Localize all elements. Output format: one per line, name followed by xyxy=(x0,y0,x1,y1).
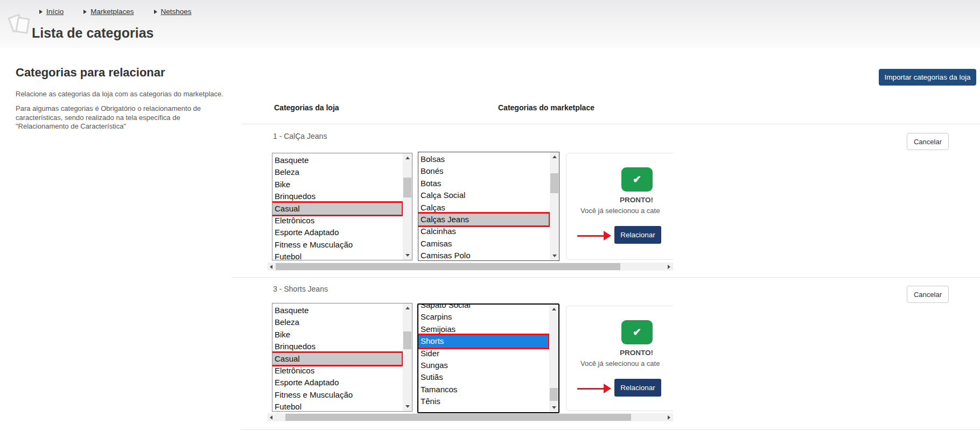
scroll-left-icon[interactable] xyxy=(270,265,272,269)
pronto-title: PRONTO! xyxy=(566,349,673,357)
divider xyxy=(241,124,980,124)
scroll-up-icon[interactable] xyxy=(405,307,410,309)
list-option[interactable]: Calcinhas xyxy=(418,225,549,237)
list-option[interactable]: Basquete xyxy=(272,305,402,316)
scrollbar-thumb[interactable] xyxy=(285,414,631,421)
list-option[interactable]: Tamancos xyxy=(418,384,548,395)
breadcrumb-arrow-icon xyxy=(39,10,43,14)
red-arrow-annotation xyxy=(577,384,612,393)
scrollbar-thumb[interactable] xyxy=(276,263,620,270)
pronto-title: PRONTO! xyxy=(566,196,673,204)
scrollbar-thumb[interactable] xyxy=(403,178,411,197)
scrollbar-thumb[interactable] xyxy=(550,388,558,401)
list-option[interactable]: Casual xyxy=(272,353,402,365)
section-description-2: Para algumas categorias é Obrigatório o … xyxy=(16,104,226,131)
breadcrumb-inicio[interactable]: Início xyxy=(39,8,64,16)
list-option[interactable]: Eletrônicos xyxy=(272,365,402,377)
list-option[interactable]: Calças Jeans xyxy=(418,214,549,225)
list-option[interactable]: Scarpins xyxy=(418,311,548,323)
scroll-down-icon[interactable] xyxy=(552,255,557,257)
list-option[interactable]: Brinquedos xyxy=(272,190,402,202)
list-option[interactable]: Sungas xyxy=(418,359,548,371)
list-option[interactable]: Bolsas xyxy=(418,153,549,165)
list-option[interactable]: Beleza xyxy=(272,316,402,328)
list-option[interactable]: Camisas xyxy=(418,238,549,250)
list-option[interactable]: Bike xyxy=(272,329,402,341)
scroll-left-icon[interactable] xyxy=(270,415,272,420)
scrollbar-thumb[interactable] xyxy=(550,173,558,193)
red-arrow-annotation xyxy=(577,231,612,241)
list-option[interactable]: Brinquedos xyxy=(272,341,402,352)
scroll-down-icon[interactable] xyxy=(405,254,410,257)
column-header-marketplace: Categorias do marketplace xyxy=(498,103,594,112)
vertical-scrollbar[interactable] xyxy=(549,305,558,412)
list-option[interactable]: Camisas Polo xyxy=(418,250,549,261)
list-option[interactable]: Casual xyxy=(272,203,402,215)
divider xyxy=(241,429,980,430)
list-option[interactable]: Esporte Adaptado xyxy=(272,377,402,388)
list-option[interactable]: Futebol xyxy=(272,401,402,412)
row-label-calca-jeans: 1 - CalÇa Jeans xyxy=(273,132,327,140)
import-store-categories-button[interactable]: Importar categorias da loja xyxy=(879,69,976,86)
scroll-up-icon[interactable] xyxy=(552,308,556,310)
scrollbar-thumb[interactable] xyxy=(403,331,411,349)
row-1-scroll-area: BasqueteBelezaBikeBrinquedosCasualEletrô… xyxy=(267,151,673,271)
list-option[interactable]: Sapato Social xyxy=(418,303,548,311)
scroll-down-icon[interactable] xyxy=(405,405,410,408)
store-category-listbox-row-1[interactable]: BasqueteBelezaBikeBrinquedosCasualEletrô… xyxy=(272,153,412,260)
confirm-check-button[interactable]: ✔ xyxy=(621,320,653,344)
list-option[interactable]: Bike xyxy=(272,179,402,190)
pronto-card-row-2: ✔ PRONTO! Você já selecionou a cate Rela… xyxy=(566,306,673,411)
list-option[interactable]: Fitness e Musculação xyxy=(272,389,402,401)
breadcrumb-netshoes[interactable]: Netshoes xyxy=(154,8,192,16)
list-option[interactable]: Semijoias xyxy=(418,323,548,335)
list-option[interactable]: Eletrônicos xyxy=(272,215,402,227)
list-option[interactable]: Botas xyxy=(418,178,549,189)
vertical-scrollbar[interactable] xyxy=(550,152,559,260)
store-category-listbox-row-2[interactable]: BasqueteBelezaBikeBrinquedosCasualEletrô… xyxy=(272,303,412,412)
pronto-text: Você já selecionou a cate xyxy=(580,207,660,215)
vertical-scrollbar[interactable] xyxy=(403,303,412,411)
check-icon: ✔ xyxy=(633,174,641,185)
breadcrumb-link[interactable]: Início xyxy=(46,8,64,16)
horizontal-scrollbar[interactable] xyxy=(267,413,673,421)
horizontal-scrollbar[interactable] xyxy=(267,263,673,271)
list-option[interactable]: Calça Social xyxy=(418,189,549,201)
relate-button-row-2[interactable]: Relacionar xyxy=(614,379,661,397)
pronto-card-row-1: ✔ PRONTO! Você já selecionou a cate Rela… xyxy=(566,153,673,260)
list-option[interactable]: Bonés xyxy=(418,165,549,177)
list-option[interactable]: Sider xyxy=(418,348,548,359)
cancel-button-row-1[interactable]: Cancelar xyxy=(907,133,949,150)
scroll-down-icon[interactable] xyxy=(552,406,556,409)
scroll-up-icon[interactable] xyxy=(405,157,410,159)
marketplace-category-listbox-row-1[interactable]: BolsasBonésBotasCalça SocialCalçasCalças… xyxy=(418,152,559,261)
list-option[interactable]: Basquete xyxy=(272,154,402,166)
breadcrumb-link[interactable]: Marketplaces xyxy=(90,8,134,16)
category-mapping-page: Início Marketplaces Netshoes Lista de ca… xyxy=(0,0,980,431)
pronto-text: Você já selecionou a cate xyxy=(580,359,660,368)
list-option[interactable]: Sutiãs xyxy=(418,371,548,383)
scroll-up-icon[interactable] xyxy=(552,156,557,158)
relate-button-row-1[interactable]: Relacionar xyxy=(614,226,661,244)
section-heading: Categorias para relacionar xyxy=(16,66,165,80)
cancel-button-row-2[interactable]: Cancelar xyxy=(907,286,949,303)
list-option[interactable]: Futebol xyxy=(272,251,402,260)
breadcrumb-marketplaces[interactable]: Marketplaces xyxy=(83,8,134,16)
column-header-store: Categorias da loja xyxy=(274,103,339,112)
list-option[interactable]: Fitness e Musculação xyxy=(272,239,402,251)
marketplace-category-listbox-row-2[interactable]: Sapato SocialScarpinsSemijoiasShortsSide… xyxy=(417,303,559,413)
breadcrumb-link[interactable]: Netshoes xyxy=(161,8,192,16)
list-option[interactable]: Tênis xyxy=(418,395,548,407)
vertical-scrollbar[interactable] xyxy=(403,153,412,260)
scroll-right-icon[interactable] xyxy=(668,415,670,420)
row-2-scroll-area: BasqueteBelezaBikeBrinquedosCasualEletrô… xyxy=(267,303,673,421)
list-option[interactable]: Esporte Adaptado xyxy=(272,227,402,238)
confirm-check-button[interactable]: ✔ xyxy=(621,167,653,192)
list-option[interactable]: Calças xyxy=(418,202,549,214)
row-label-shorts-jeans: 3 - Shorts Jeans xyxy=(273,285,328,293)
page-header: Início Marketplaces Netshoes Lista de ca… xyxy=(0,0,980,48)
scroll-right-icon[interactable] xyxy=(668,265,670,269)
breadcrumb: Início Marketplaces Netshoes xyxy=(39,8,192,16)
list-option[interactable]: Beleza xyxy=(272,166,402,178)
list-option[interactable]: Shorts xyxy=(418,335,548,347)
